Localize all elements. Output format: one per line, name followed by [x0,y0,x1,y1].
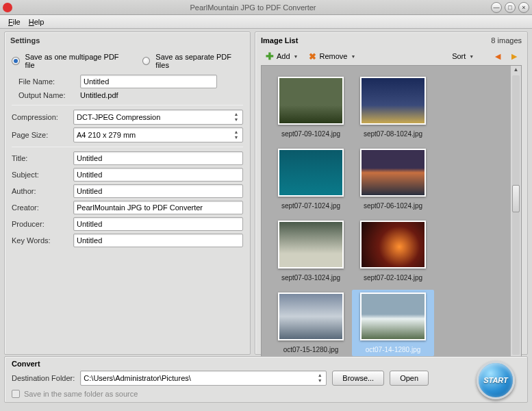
scrollbar-track [512,75,520,355]
start-label: START [483,376,508,384]
nav-prev-button[interactable]: ◄ [492,51,504,62]
pagesize-select[interactable]: A4 210 x 279 mm ▲▼ [73,127,243,142]
thumbnail-icon [278,221,344,269]
maximize-button[interactable]: □ [505,2,516,13]
producer-label: Producer: [12,220,73,228]
image-gallery: sept07-09-1024.jpg sept07-08-1024.jpg se… [262,66,510,364]
pagesize-label: Page Size: [12,131,73,139]
compression-label: Compression: [12,113,73,121]
thumbnail-caption: oct07-14-1280.jpg [366,346,421,353]
outputname-label: Output Name: [18,91,80,99]
thumbnail-icon [360,292,426,340]
convert-title: Convert [12,360,520,368]
title-label: Title: [12,154,73,162]
menu-help[interactable]: Help [25,16,49,27]
author-input[interactable] [73,184,243,198]
imagelist-panel: Image List 8 images ✚ Add ▼ ✖ Remove ▼ S… [255,32,528,355]
creator-input[interactable] [73,201,243,214]
destfolder-select[interactable]: C:\Users\Administrator\Pictures\ ▲▼ [80,371,327,386]
radio-multipage[interactable] [12,57,20,65]
thumbnail-icon [360,77,426,125]
thumbnail-caption: sept07-03-1024.jpg [281,274,340,282]
savesame-checkbox[interactable] [12,390,20,398]
spinner-icon: ▲▼ [231,129,241,140]
radio-separate[interactable] [142,57,151,65]
author-label: Author: [12,187,73,195]
keywords-label: Key Words: [12,236,73,245]
list-item[interactable]: oct07-15-1280.jpg [270,290,352,356]
sort-button[interactable]: Sort ▼ [449,51,477,62]
thumbnail-icon [278,77,344,125]
radio-multipage-label: Save as one multipage PDF file [25,53,127,69]
open-button[interactable]: Open [390,371,429,386]
list-item[interactable]: oct07-14-1280.jpg [352,290,434,356]
start-button[interactable]: START [477,361,515,399]
close-button[interactable]: × [518,2,529,13]
nav-next-button[interactable]: ► [508,51,520,62]
filename-label: File Name: [18,77,80,86]
settings-panel: Settings Save as one multipage PDF file … [4,32,251,355]
thumbnail-caption: sept07-06-1024.jpg [364,202,422,210]
settings-title: Settings [5,32,250,49]
chevron-down-icon: ▼ [469,54,474,59]
titlebar: PearlMountain JPG to PDF Converter — □ × [0,0,532,15]
scroll-up-icon: ▲ [512,66,520,75]
convert-panel: Convert Destination Folder: C:\Users\Adm… [4,356,528,403]
add-label: Add [277,52,290,60]
subject-input[interactable] [73,168,243,182]
imagelist-count: 8 images [491,36,522,45]
remove-button[interactable]: ✖ Remove ▼ [305,50,359,62]
chevron-down-icon: ▼ [351,54,355,59]
thumbnail-icon [278,149,344,197]
add-button[interactable]: ✚ Add ▼ [262,50,301,62]
app-icon [3,3,12,12]
destfolder-value: C:\Users\Administrator\Pictures\ [84,374,315,382]
title-input[interactable] [73,151,243,165]
thumbnail-caption: sept07-02-1024.jpg [364,274,422,282]
subject-label: Subject: [12,171,73,179]
spinner-icon: ▲▼ [231,112,241,123]
list-item[interactable]: sept07-02-1024.jpg [352,218,434,284]
list-item[interactable]: sept07-06-1024.jpg [352,146,434,212]
browse-button[interactable]: Browse... [332,371,384,386]
list-item[interactable]: sept07-07-1024.jpg [270,146,352,212]
thumbnail-caption: oct07-15-1280.jpg [283,346,339,353]
list-item[interactable]: sept07-09-1024.jpg [270,74,352,140]
sort-label: Sort [452,52,466,60]
thumbnail-caption: sept07-08-1024.jpg [364,130,422,138]
outputname-value: Untitled.pdf [80,91,118,99]
plus-icon: ✚ [265,51,275,61]
spinner-icon: ▲▼ [315,373,325,384]
thumbnail-caption: sept07-09-1024.jpg [281,130,340,138]
remove-label: Remove [320,52,348,60]
imagelist-title: Image List [261,36,491,45]
chevron-down-icon: ▼ [294,54,299,59]
thumbnail-icon [360,149,426,197]
pagesize-value: A4 210 x 279 mm [77,131,231,139]
x-icon: ✖ [308,51,318,61]
keywords-input[interactable] [73,234,243,247]
scrollbar[interactable]: ▲ ▼ [510,66,521,364]
compression-select[interactable]: DCT-JPEG Compression ▲▼ [73,110,243,125]
list-item[interactable]: sept07-08-1024.jpg [352,74,434,140]
imagelist-toolbar: ✚ Add ▼ ✖ Remove ▼ Sort ▼ ◄ ► [255,49,527,65]
savesame-label: Save in the same folder as source [24,390,138,398]
thumbnail-icon [360,221,426,269]
window-title: PearlMountain JPG to PDF Converter [18,3,488,12]
filename-input[interactable] [80,75,217,88]
producer-input[interactable] [73,217,243,231]
destfolder-label: Destination Folder: [12,374,75,382]
menu-file[interactable]: File [4,16,25,27]
thumbnail-caption: sept07-07-1024.jpg [281,202,340,210]
menubar: File Help [0,15,532,29]
creator-label: Creator: [12,203,73,212]
compression-value: DCT-JPEG Compression [77,113,231,121]
minimize-button[interactable]: — [491,2,502,13]
scrollbar-handle[interactable] [512,185,520,212]
thumbnail-icon [278,292,344,340]
list-item[interactable]: sept07-03-1024.jpg [270,218,352,284]
radio-separate-label: Save as separate PDF files [155,53,243,69]
